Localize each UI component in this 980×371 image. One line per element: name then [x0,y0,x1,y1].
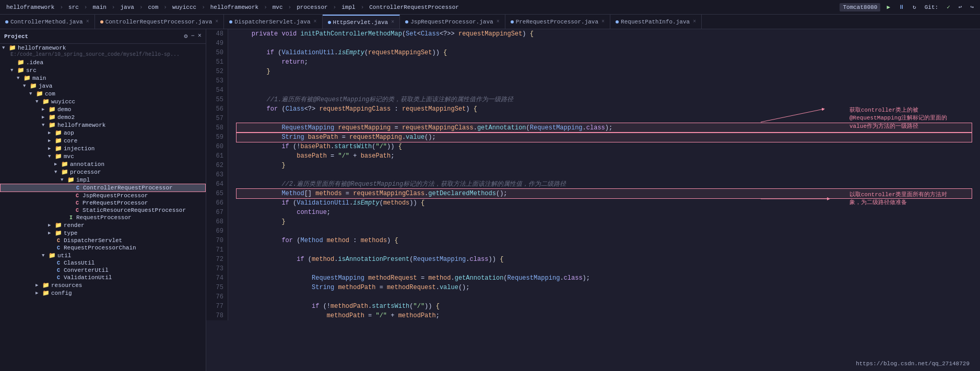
bc-processor[interactable]: processor [294,3,329,11]
tree-item-prerequestprocessor[interactable]: C PreRequestProcessor [0,199,206,207]
tree-item-idea[interactable]: 📁 .idea [0,58,206,66]
folder-icon: 📁 [54,129,63,136]
tree-item-jsprequestprocessor[interactable]: C JspRequestProcessor [0,192,206,199]
refresh-button[interactable]: ↻ [911,3,918,11]
tree-item-aop[interactable]: ▶ 📁 aop [0,129,206,137]
tree-item-demo2[interactable]: ▶ 📁 demo2 [0,113,206,121]
tree-item-resources[interactable]: ▶ 📁 resources [0,281,206,289]
tab-dot [616,20,619,23]
tab-close[interactable]: × [314,19,317,25]
tree-label: src [26,67,37,74]
code-editor[interactable]: 48 49 50 51 52 53 54 55 56 57 58 59 60 6… [206,29,980,371]
bc-java[interactable]: java [118,3,136,11]
tab-controllerrequestprocessor[interactable]: ControllerRequestProcessor.java × [95,15,225,29]
sidebar-close-icon[interactable]: × [198,32,202,40]
project-name[interactable]: helloframework [4,3,56,11]
run-button[interactable]: ▶ [884,3,892,11]
tab-dispatcherservlet[interactable]: DispatcherServlet.java × [224,15,322,29]
url-bar[interactable]: https://blog.csdn.net/qq_27148729 [856,361,970,367]
code-line-55: //1.遍历所有被@RequestMapping标记的类，获取类上面该注解的属性… [237,95,972,104]
tree-item-config[interactable]: ▶ 📁 config [0,289,206,297]
tab-prerequestprocessor[interactable]: PreRequestProcessor.java × [505,15,610,29]
java-class-icon: C [54,268,63,273]
tree-item-classutil[interactable]: C ClassUtil [0,259,206,267]
tab-close[interactable]: × [601,19,605,25]
bc-src[interactable]: src [66,3,81,11]
tree-arrow: ▶ [54,161,61,167]
tomcat-badge[interactable]: Tomcat8080 [840,3,880,11]
folder-icon: 📁 [42,98,50,105]
tab-close[interactable]: × [215,19,218,25]
folder-icon: 📁 [61,161,69,167]
bc-class[interactable]: ControllerRequestProcessor [367,3,461,11]
redo-button[interactable]: ↪ [968,3,976,11]
tree-label: config [51,290,72,296]
undo-button[interactable]: ↩ [957,3,964,11]
java-class-icon: C [74,185,82,191]
tab-requestpathinfo[interactable]: RequestPathInfo.java × [610,15,702,29]
tree-item-requestprocessor[interactable]: I RequestProcessor [0,214,206,221]
tree-item-dispatcherservlet[interactable]: C DispatcherServlet [0,237,206,244]
sidebar-collapse-icon[interactable]: − [191,32,195,40]
tab-close[interactable]: × [497,19,500,25]
tree-item-annotation[interactable]: ▶ 📁 annotation [0,160,206,168]
folder-icon: 📁 [23,75,31,81]
folder-icon: 📁 [54,145,63,152]
tree-item-staticresource[interactable]: C StaticResourceRequestProcessor [0,207,206,214]
java-class-icon: C [73,208,81,213]
tree-label: DispatcherServlet [64,237,122,244]
bc-mvc[interactable]: mvc [270,3,285,11]
tree-item-type[interactable]: ▶ 📁 type [0,229,206,237]
tree-item-util[interactable]: ▼ 📁 util [0,252,206,259]
folder-icon: 📁 [48,122,56,128]
sidebar: Project ⚙ − × ▼ 📁 helloframework E:/code… [0,29,206,371]
bc-com[interactable]: com [146,3,160,11]
tree-item-com[interactable]: ▼ 📁 com [0,90,206,98]
tree-item-main[interactable]: ▼ 📁 main [0,74,206,82]
tree-item-java[interactable]: ▼ 📁 java [0,82,206,90]
tab-jsprequestprocessor[interactable]: JspRequestProcessor.java × [400,15,505,29]
bc-wuyiccc[interactable]: wuyiccc [170,3,198,11]
tree-item-demo[interactable]: ▶ 📁 demo [0,105,206,113]
tree-label: RequestProcessor [76,214,132,221]
tree-item-src[interactable]: ▼ 📁 src [0,66,206,74]
bc-helloframework2[interactable]: helloframework [208,3,261,11]
code-line-49 [237,39,972,48]
annotation-1: 获取controller类上的被@RequestMapping注解标记的里面的v… [849,106,954,130]
tree-item-mvc[interactable]: ▼ 📁 mvc [0,152,206,160]
tree-item-requestprocessorchain[interactable]: C RequestProcessorChain [0,244,206,252]
tree-item-controllerrequestprocessor[interactable]: C ControllerRequestProcessor [0,184,206,192]
bc-main[interactable]: main [90,3,108,11]
tree-item-validationutil[interactable]: C ValidationUtil [0,274,206,281]
tree-item-helloframework[interactable]: ▼ 📁 helloframework [0,44,206,52]
tree-label: main [32,75,46,81]
tree-item-processor[interactable]: ▼ 📁 processor [0,168,206,176]
tree-arrow: ▼ [42,123,48,128]
bc-impl[interactable]: impl [339,3,357,11]
tab-close[interactable]: × [86,19,89,25]
tree-root: ▼ 📁 helloframework E:/code_learn/10_spri… [0,44,206,297]
sidebar-settings-icon[interactable]: ⚙ [184,32,187,40]
tab-controllermethod[interactable]: ControllerMethod.java × [0,15,95,29]
tab-close[interactable]: × [391,19,394,25]
tree-item-render[interactable]: ▶ 📁 render [0,221,206,229]
code-line-72: if (method.isAnnotationPresent(RequestMa… [237,255,972,264]
code-line-68: } [237,217,972,226]
debug-button[interactable]: ⏸ [896,3,906,11]
tab-dot [229,20,232,23]
tree-item-injection[interactable]: ▶ 📁 injection [0,145,206,152]
tree-item-impl[interactable]: ▼ 📁 impl [0,176,206,184]
tree-item-helloframework2[interactable]: ▼ 📁 helloframework [0,121,206,129]
tree-item-core[interactable]: ▶ 📁 core [0,137,206,145]
tab-httpservlet[interactable]: HttpServlet.java × [323,15,400,29]
sidebar-toolbar: ⚙ − × [184,32,202,40]
tab-dot [405,20,408,23]
tab-close[interactable]: × [693,19,696,25]
tree-item-converterutil[interactable]: C ConverterUtil [0,267,206,274]
tab-dot [511,20,514,23]
folder-icon: 📁 [48,114,56,121]
java-class-icon: C [73,200,81,206]
tree-arrow: ▼ [61,177,67,183]
tree-item-wuyiccc[interactable]: ▼ 📁 wuyiccc [0,98,206,105]
git-check[interactable]: ✓ [944,3,952,11]
